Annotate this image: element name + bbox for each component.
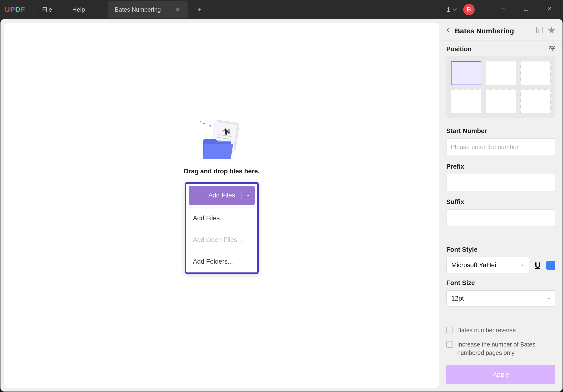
drop-text: Drag and drop files here.	[184, 168, 260, 175]
menu-help[interactable]: Help	[72, 6, 85, 13]
main-canvas[interactable]: Aa Dra	[4, 23, 439, 388]
checkbox-box[interactable]	[446, 327, 453, 333]
close-icon	[547, 6, 552, 12]
divider	[446, 319, 555, 319]
position-bottom-left[interactable]	[451, 89, 481, 113]
divider	[446, 239, 555, 239]
add-files-button[interactable]: Add Files	[189, 186, 255, 205]
caret-down-icon	[547, 297, 550, 300]
checkbox-increase[interactable]: Increase the number of Bates numbered pa…	[446, 340, 555, 357]
prefix-input[interactable]	[446, 174, 555, 191]
close-window-button[interactable]	[541, 4, 558, 15]
start-number-label: Start Number	[446, 127, 555, 135]
panel-title: Bates Numbering	[455, 27, 531, 35]
position-top-left[interactable]	[451, 61, 481, 85]
position-bottom-center[interactable]	[486, 89, 516, 113]
menu-add-open-files: Add Open Files...	[186, 229, 257, 251]
title-bar: UPDF File Help Bates Numbering ✕ + 1 B	[0, 0, 563, 19]
minimize-button[interactable]	[494, 4, 512, 15]
suffix-input[interactable]	[446, 209, 555, 227]
font-style-label: Font Style	[446, 246, 555, 253]
add-files-dropdown: Add Files Add Files... Add Open Files...…	[185, 182, 259, 274]
caret-down-icon	[521, 264, 524, 266]
position-selector	[446, 56, 555, 118]
app-logo: UPDF	[5, 5, 25, 13]
svg-point-15	[550, 48, 551, 49]
underline-button[interactable]: U	[534, 261, 542, 270]
position-top-right[interactable]	[520, 61, 550, 85]
font-size-label: Font Size	[446, 279, 555, 287]
svg-rect-1	[524, 7, 528, 11]
checkbox-reverse[interactable]: Bates number reverse	[446, 326, 555, 334]
svg-point-8	[203, 123, 205, 124]
star-icon[interactable]	[548, 26, 555, 36]
settings-icon[interactable]	[549, 45, 555, 53]
dropdown-toggle[interactable]	[241, 191, 250, 200]
chevron-down-icon	[452, 8, 457, 11]
suffix-label: Suffix	[446, 198, 555, 206]
bates-numbering-panel: Bates Numbering Position	[439, 19, 563, 392]
font-family-select[interactable]: Microsoft YaHei	[446, 257, 529, 273]
avatar[interactable]: B	[463, 4, 475, 15]
svg-point-13	[553, 46, 554, 47]
position-label: Position	[446, 46, 472, 53]
prefix-label: Prefix	[446, 163, 555, 170]
tab-bates-numbering[interactable]: Bates Numbering ✕	[108, 1, 188, 18]
drop-files-icon: Aa	[195, 113, 248, 161]
close-icon[interactable]: ✕	[175, 6, 180, 13]
add-tab-button[interactable]: +	[197, 5, 202, 14]
maximize-button[interactable]	[517, 4, 535, 15]
position-top-center[interactable]	[486, 61, 516, 85]
separator	[34, 5, 34, 14]
svg-point-17	[552, 49, 553, 51]
minimize-icon	[500, 6, 506, 12]
start-number-input[interactable]	[446, 138, 555, 156]
svg-rect-9	[537, 27, 542, 33]
font-color-swatch[interactable]	[546, 261, 555, 270]
layout-icon[interactable]	[536, 26, 543, 35]
position-bottom-right[interactable]	[520, 89, 550, 113]
font-size-select[interactable]: 12pt	[446, 290, 555, 307]
notification-dropdown[interactable]: 1	[447, 6, 457, 13]
menu-file[interactable]: File	[42, 6, 52, 13]
back-button[interactable]	[446, 26, 450, 35]
caret-down-icon	[246, 194, 250, 197]
chevron-left-icon	[446, 27, 450, 33]
apply-button[interactable]: Apply	[446, 365, 555, 384]
maximize-icon	[524, 6, 529, 12]
tab-title: Bates Numbering	[115, 6, 161, 13]
menu-add-files[interactable]: Add Files...	[186, 207, 257, 229]
checkbox-box[interactable]	[446, 341, 453, 348]
menu-add-folders[interactable]: Add Folders...	[186, 251, 257, 272]
